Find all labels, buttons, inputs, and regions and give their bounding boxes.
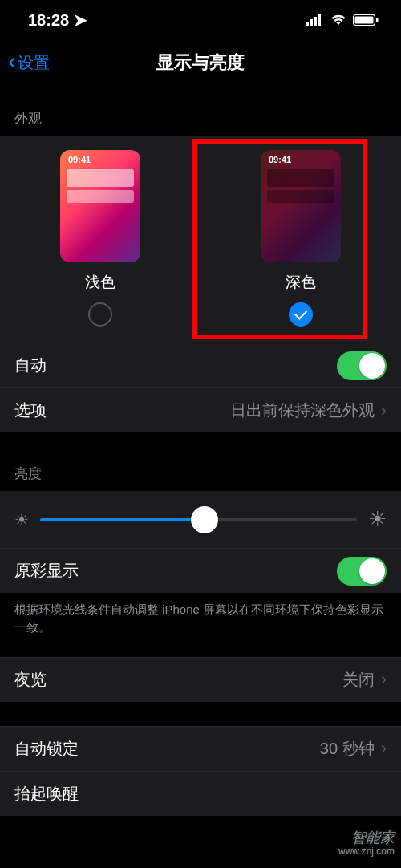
svg-rect-5	[355, 17, 374, 24]
status-right	[306, 14, 379, 26]
location-icon: ➤	[74, 10, 87, 30]
light-radio[interactable]	[88, 302, 112, 327]
night-shift-value: 关闭	[342, 669, 375, 691]
night-shift-label: 夜览	[14, 669, 47, 691]
svg-rect-1	[310, 19, 313, 26]
row-raise-to-wake: 抬起唤醒	[0, 771, 401, 816]
slider-thumb[interactable]	[191, 506, 218, 533]
auto-lock-value: 30 秒钟	[320, 738, 375, 760]
svg-rect-0	[306, 22, 309, 26]
brightness-slider[interactable]	[40, 518, 357, 521]
signal-icon	[306, 14, 324, 26]
chevron-right-icon: ›	[381, 738, 387, 759]
nav-bar: ‹ 设置 显示与亮度	[0, 40, 401, 85]
true-tone-label: 原彩显示	[14, 560, 79, 582]
brightness-slider-row: ☀︎ ☀︎	[0, 491, 401, 548]
appearance-picker: 09:41 浅色 09:41 深色	[0, 136, 401, 343]
dark-label: 深色	[286, 272, 316, 293]
svg-rect-3	[318, 14, 321, 26]
preview-time: 09:41	[269, 155, 291, 164]
appearance-option-light[interactable]: 09:41 浅色	[0, 150, 200, 327]
status-time: 18:28	[28, 11, 69, 30]
watermark: 智能家 www.znj.com	[338, 830, 395, 857]
light-label: 浅色	[85, 272, 115, 293]
light-preview: 09:41	[60, 150, 140, 262]
auto-lock-label: 自动锁定	[14, 738, 79, 760]
section-header-appearance: 外观	[0, 85, 401, 136]
watermark-brand: 智能家	[338, 830, 395, 846]
dark-radio[interactable]	[289, 302, 313, 327]
svg-rect-2	[314, 17, 317, 26]
watermark-url: www.znj.com	[338, 846, 395, 857]
raise-to-wake-label: 抬起唤醒	[14, 783, 79, 805]
chevron-right-icon: ›	[381, 669, 387, 690]
auto-toggle[interactable]	[337, 351, 387, 380]
options-value: 日出前保持深色外观	[230, 400, 375, 421]
preview-time: 09:41	[68, 155, 91, 164]
row-auto: 自动	[0, 343, 401, 387]
svg-rect-6	[376, 18, 379, 22]
options-label: 选项	[14, 400, 47, 421]
row-true-tone: 原彩显示	[0, 548, 401, 593]
appearance-option-dark[interactable]: 09:41 深色	[200, 150, 401, 327]
row-options[interactable]: 选项 日出前保持深色外观 ›	[0, 387, 401, 432]
dark-preview: 09:41	[261, 150, 341, 262]
battery-icon	[353, 14, 379, 26]
page-title: 显示与亮度	[0, 51, 401, 75]
wifi-icon	[330, 14, 346, 26]
true-tone-footer: 根据环境光线条件自动调整 iPhone 屏幕以在不同环境下保持色彩显示一致。	[0, 593, 401, 657]
status-bar: 18:28 ➤	[0, 0, 401, 40]
row-night-shift[interactable]: 夜览 关闭 ›	[0, 657, 401, 702]
auto-label: 自动	[14, 355, 47, 376]
sun-large-icon: ☀︎	[368, 507, 387, 532]
sun-small-icon: ☀︎	[14, 510, 29, 529]
chevron-right-icon: ›	[381, 400, 387, 421]
row-auto-lock[interactable]: 自动锁定 30 秒钟 ›	[0, 726, 401, 771]
true-tone-toggle[interactable]	[337, 557, 387, 586]
section-header-brightness: 亮度	[0, 432, 401, 491]
